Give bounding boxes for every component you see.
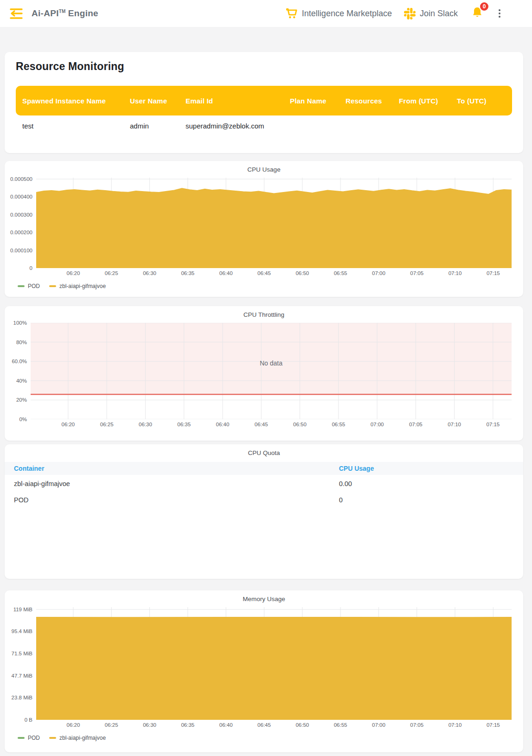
quota-row: POD 0: [5, 491, 523, 507]
y-axis-label: 95.4 MiB: [12, 628, 32, 634]
x-axis-label: 06:50: [293, 422, 307, 427]
quota-cpu-usage-value: 0: [339, 496, 514, 504]
topbar: Ai-APITM Engine Intelligence Marketplace…: [0, 0, 532, 27]
col-from-utc: From (UTC): [392, 97, 450, 105]
notification-badge: 0: [479, 1, 489, 12]
no-data-message: No data: [31, 359, 512, 367]
tm-mark: TM: [59, 9, 65, 14]
legend-swatch: [49, 737, 56, 739]
x-axis-label: 06:30: [143, 270, 156, 276]
quota-header-row: Container CPU Usage: [5, 462, 523, 475]
x-axis-label: 06:35: [177, 422, 191, 427]
y-axis-label: 0.000400: [10, 194, 32, 199]
cell-user-name: admin: [123, 122, 179, 130]
legend-swatch: [49, 285, 56, 287]
col-spawned-instance-name: Spawned Instance Name: [16, 97, 123, 105]
plot-area[interactable]: [36, 178, 512, 268]
y-axis-label: 0: [30, 265, 32, 271]
x-axis: 06:2006:2506:3006:3506:4006:4506:5006:55…: [36, 722, 512, 729]
memory-usage-panel: Memory Usage 119 MiB95.4 MiB71.5 MiB47.7…: [5, 590, 523, 752]
cpu-quota-panel: CPU Quota Container CPU Usage zbl-aiapi-…: [5, 444, 523, 579]
x-axis-label: 07:10: [449, 270, 462, 276]
x-axis-label: 07:00: [371, 422, 384, 427]
cpu-throttling-panel: CPU Throttling 100%80%60.0%40%20%0% No d…: [5, 306, 523, 441]
chart-title: CPU Quota: [5, 444, 523, 458]
y-axis-label: 23.8 MiB: [12, 695, 32, 700]
page-title: Resource Monitoring: [16, 60, 512, 73]
collapse-sidebar-icon[interactable]: [9, 7, 23, 20]
cart-icon: [286, 8, 298, 19]
x-axis-label: 06:35: [181, 270, 194, 276]
chart-title: CPU Throttling: [5, 306, 523, 320]
x-axis-label: 06:25: [105, 270, 118, 276]
x-axis-label: 07:15: [487, 722, 500, 728]
legend-item[interactable]: POD: [18, 283, 40, 289]
y-axis-label: 71.5 MiB: [12, 651, 32, 656]
x-axis-label: 07:05: [410, 270, 423, 276]
x-axis-label: 06:20: [67, 270, 80, 276]
y-axis: 100%80%60.0%40%20%0%: [9, 323, 31, 419]
y-axis-label: 47.7 MiB: [12, 673, 32, 679]
col-email-id: Email Id: [179, 97, 283, 105]
x-axis-label: 06:50: [295, 270, 309, 276]
x-axis-label: 06:55: [334, 270, 347, 276]
x-axis-label: 06:45: [255, 422, 268, 427]
slack-icon: [404, 8, 416, 19]
x-axis-label: 06:55: [332, 422, 345, 427]
plot-area[interactable]: [36, 607, 512, 720]
quota-cpu-usage-value: 0.00: [339, 480, 514, 487]
x-axis-label: 07:15: [487, 270, 500, 276]
x-axis-label: 06:40: [219, 722, 233, 728]
intelligence-marketplace-link[interactable]: Intelligence Marketplace: [286, 8, 392, 19]
x-axis-label: 06:45: [257, 722, 271, 728]
x-axis-label: 07:10: [448, 422, 461, 427]
quota-row: zbl-aiapi-gifmajvoe 0.00: [5, 475, 523, 491]
quota-container-name: POD: [14, 496, 28, 504]
y-axis-label: 40%: [16, 378, 27, 384]
y-axis-label: 0%: [19, 416, 27, 422]
x-axis-label: 06:50: [295, 722, 309, 728]
area-chart: [36, 178, 512, 268]
monitoring-table-row[interactable]: test admin superadmin@zeblok.com: [16, 115, 512, 136]
quota-col-cpu-usage[interactable]: CPU Usage: [339, 465, 514, 472]
x-axis-label: 06:20: [61, 422, 75, 427]
x-axis-label: 06:30: [143, 722, 156, 728]
y-axis: 0.0005000.0004000.0003000.0002000.000100…: [9, 178, 36, 268]
chart-legend: PODzbl-aiapi-gifmajvoe: [18, 283, 523, 295]
legend-label: POD: [28, 735, 40, 741]
col-resources: Resources: [339, 97, 392, 105]
x-axis-label: 07:10: [449, 722, 462, 728]
x-axis-label: 07:05: [410, 722, 423, 728]
y-axis-label: 60.0%: [12, 359, 27, 364]
y-axis-label: 0.000500: [10, 176, 32, 182]
join-slack-link[interactable]: Join Slack: [404, 8, 458, 19]
chart-title: Memory Usage: [5, 590, 523, 604]
y-axis-label: 100%: [13, 320, 27, 326]
legend-swatch: [18, 737, 25, 739]
legend-label: POD: [28, 283, 40, 289]
y-axis-label: 80%: [16, 340, 27, 345]
cpu-usage-panel: CPU Usage 0.0005000.0004000.0003000.0002…: [5, 161, 523, 297]
plot-area[interactable]: No data: [31, 323, 512, 419]
x-axis-label: 06:40: [219, 270, 233, 276]
y-axis-label: 119 MiB: [13, 607, 32, 612]
y-axis-label: 0.000300: [10, 212, 32, 218]
x-axis: 06:2006:2506:3006:3506:4006:4506:5006:55…: [36, 270, 512, 277]
legend-item[interactable]: POD: [18, 735, 40, 741]
kebab-menu-icon[interactable]: [496, 7, 503, 19]
quota-col-container[interactable]: Container: [14, 465, 44, 472]
legend-item[interactable]: zbl-aiapi-gifmajvoe: [49, 735, 106, 741]
area-chart: [31, 323, 512, 419]
x-axis-label: 06:45: [257, 270, 271, 276]
x-axis-label: 06:30: [139, 422, 152, 427]
chart-title: CPU Usage: [5, 161, 523, 175]
y-axis: 119 MiB95.4 MiB71.5 MiB47.7 MiB23.8 MiB0…: [9, 607, 36, 720]
notification-bell[interactable]: 0: [471, 6, 484, 21]
legend-item[interactable]: zbl-aiapi-gifmajvoe: [49, 283, 106, 289]
area-chart: [36, 607, 512, 720]
x-axis-label: 06:25: [100, 422, 114, 427]
x-axis-label: 06:20: [67, 722, 80, 728]
cell-spawned-instance-name: test: [16, 122, 123, 130]
x-axis: 06:2006:2506:3006:3506:4006:4506:5006:55…: [31, 422, 512, 429]
join-slack-label: Join Slack: [420, 9, 458, 19]
